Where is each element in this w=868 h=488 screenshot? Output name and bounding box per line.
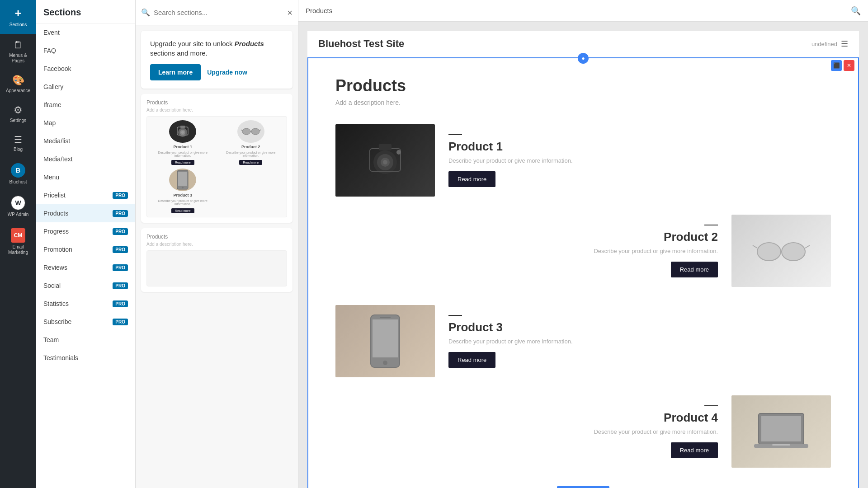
products-desc: Add a description here. [335,99,831,106]
section-item-gallery[interactable]: Gallery [36,78,135,96]
add-item-button[interactable]: Add item [557,486,609,488]
section-item-team[interactable]: Team [36,331,135,349]
svg-point-20 [757,243,781,261]
wp-admin-icon: W [11,196,25,210]
sidebar-item-appearance[interactable]: 🎨 Appearance [0,69,36,99]
preview-topbar: Products 🔍 [298,0,868,22]
svg-rect-28 [380,317,391,318]
settings-icon: ⚙ [14,104,23,116]
products-content: Products Add a description here. [308,58,858,488]
product-3-divider [448,315,462,316]
svg-line-8 [241,130,242,131]
card-1-preview: Product 1 Describe your product or give … [146,116,287,217]
product-1-read-more[interactable]: Read more [448,171,495,187]
sidebar-item-menus-pages[interactable]: 🗒 Menus & Pages [0,34,36,69]
section-item-statistics[interactable]: Statistics PRO [36,295,135,313]
sidebar-item-blog[interactable]: ☰ Blog [0,129,36,158]
product-3-info: Product 3 Describe your product or give … [448,315,831,368]
product-row-1: Product 1 Describe your product or give … [335,124,831,197]
product-1-divider [448,134,462,135]
card-2-label: Products [146,234,287,240]
svg-rect-18 [379,144,392,150]
section-card-1[interactable]: Products Add a description here. Product… [141,94,292,223]
product-4-read-more[interactable]: Read more [671,442,718,458]
upgrade-banner: Upgrade your site to unlock Products sec… [141,31,292,89]
section-item-map[interactable]: Map [36,114,135,132]
section-item-progress[interactable]: Progress PRO [36,222,135,240]
section-item-event[interactable]: Event [36,23,135,42]
upgrade-banner-buttons: Learn more Upgrade now [150,64,283,80]
section-item-testimonials[interactable]: Testimonials [36,349,135,367]
site-header-right: undefined ☰ [811,39,848,49]
progress-pro-badge: PRO [113,228,128,235]
section-item-faq[interactable]: FAQ [36,42,135,60]
preview-product-3: Product 3 Describe your product or give … [151,169,215,213]
product-3-read-more[interactable]: Read more [448,352,495,368]
product-3-name: Product 3 [448,320,831,334]
search-input[interactable] [154,9,283,16]
svg-point-16 [383,160,387,164]
card-1-label: Products [146,99,287,106]
product-row-2: Product 2 Describe your product or give … [335,215,831,287]
sidebar-item-settings[interactable]: ⚙ Settings [0,99,36,129]
sections-title: Sections [43,7,81,17]
section-close-icon[interactable]: ✕ [844,60,854,71]
section-item-media-list[interactable]: Media/list [36,132,135,150]
product-4-image [731,395,831,468]
section-item-social[interactable]: Social PRO [36,277,135,295]
blog-label: Blog [14,147,23,152]
main-preview: Products 🔍 Bluehost Test Site undefined … [298,0,868,488]
sidebar-item-wp-admin[interactable]: W WP Admin [0,190,36,223]
section-item-promotion[interactable]: Promotion PRO [36,240,135,258]
topbar-search-icon[interactable]: 🔍 [851,6,861,16]
products-section: ● ⬛ ✕ Products Add a description here. [307,57,859,488]
svg-point-6 [251,128,259,135]
sidebar-item-email-marketing[interactable]: CM Email Marketing [0,223,36,261]
learn-more-button[interactable]: Learn more [150,64,201,80]
section-item-reviews[interactable]: Reviews PRO [36,258,135,277]
bluehost-icon: B [11,163,25,178]
svg-rect-26 [373,319,398,357]
sidebar-item-bluehost[interactable]: B Bluehost [0,158,36,190]
section-item-subscribe[interactable]: Subscribe PRO [36,313,135,331]
section-item-pricelist[interactable]: Pricelist PRO [36,186,135,204]
upgrade-now-button[interactable]: Upgrade now [207,69,247,76]
close-button[interactable]: × [287,8,292,17]
product-1-name: Product 1 [448,140,831,154]
section-card-2[interactable]: Products Add a description here. [141,228,292,292]
reviews-pro-badge: PRO [113,264,128,271]
product-2-image [731,215,831,287]
search-icon: 🔍 [141,8,150,17]
hamburger-icon[interactable]: ☰ [841,39,848,49]
preview-product-2: Product 2 Describe your product or give … [219,120,283,165]
svg-rect-32 [772,444,790,446]
product-4-info: Product 4 Describe your product or give … [335,405,718,458]
email-marketing-icon: CM [11,228,25,243]
svg-rect-30 [761,416,801,441]
card-2-preview [146,250,287,286]
product-row-3: Product 3 Describe your product or give … [335,305,831,377]
card-1-sublabel: Add a description here. [146,108,287,113]
product-2-read-more[interactable]: Read more [671,262,718,277]
product-3-image [335,305,435,377]
product-row-4: Product 4 Describe your product or give … [335,395,831,468]
section-item-products[interactable]: Products PRO [36,204,135,222]
sections-panel-header: Sections [36,0,135,23]
section-item-facebook[interactable]: Facebook [36,60,135,78]
menus-pages-icon: 🗒 [13,39,23,51]
sections-label: Sections [9,22,27,28]
svg-point-19 [396,150,401,155]
blog-icon: ☰ [14,134,22,145]
preview-camera-img [169,120,196,143]
section-item-menu[interactable]: Menu [36,168,135,186]
section-item-iframe[interactable]: Iframe [36,96,135,114]
svg-line-23 [753,245,757,248]
svg-point-5 [242,128,250,135]
pricelist-pro-badge: PRO [113,192,128,199]
section-desktop-icon[interactable]: ⬛ [831,60,842,71]
topbar-title: Products [306,7,332,14]
section-item-media-text[interactable]: Media/text [36,150,135,168]
appearance-label: Appearance [6,88,30,94]
sidebar-item-sections[interactable]: + Sections [0,0,36,34]
products-heading: Products [335,76,831,95]
